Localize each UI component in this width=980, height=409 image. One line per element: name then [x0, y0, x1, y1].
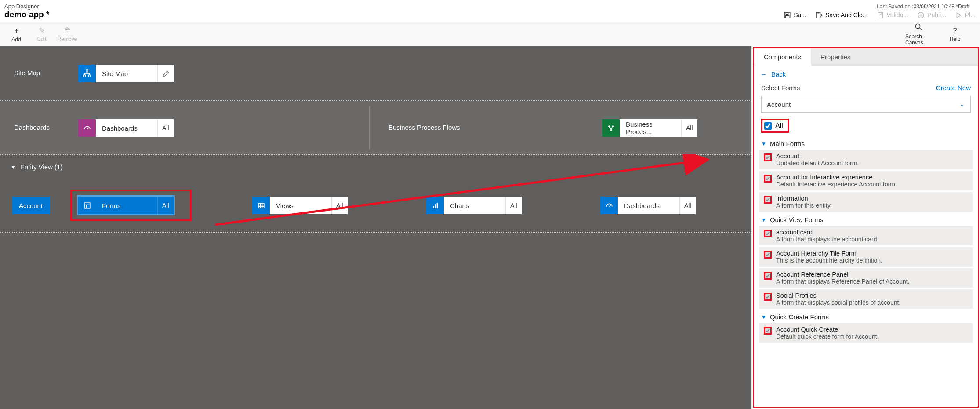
form-name: Account Reference Panel	[776, 271, 910, 278]
remove-button[interactable]: 🗑 Remove	[54, 23, 80, 45]
last-saved-status: Last Saved on :03/09/2021 10:48 *Draft	[877, 4, 969, 10]
add-button[interactable]: ＋ Add	[4, 23, 29, 45]
views-pill[interactable]: All	[331, 197, 348, 214]
svg-rect-5	[878, 12, 883, 18]
forms-pill[interactable]: All	[157, 197, 174, 214]
arrow-left-icon: ←	[760, 70, 767, 78]
all-checkbox[interactable]: All	[761, 119, 789, 133]
form-checkbox[interactable]	[764, 327, 772, 335]
sitemap-edit-button[interactable]	[157, 65, 174, 82]
form-checkbox[interactable]	[764, 196, 772, 204]
sitemap-row-label: Site Map	[14, 69, 40, 77]
form-desc: A form for this entity.	[776, 202, 832, 209]
form-list-item[interactable]: InformationA form for this entity.	[759, 192, 973, 212]
form-desc: A form that displays Reference Panel of …	[776, 278, 910, 285]
svg-rect-18	[436, 203, 438, 208]
entity-dashboards-pill[interactable]: All	[679, 197, 696, 214]
save-button[interactable]: Sa...	[784, 11, 806, 19]
caret-down-icon: ▼	[11, 164, 16, 170]
search-canvas-button[interactable]: Search Canvas	[905, 23, 931, 45]
svg-rect-4	[817, 12, 819, 14]
form-desc: This is the account hierarchy definition…	[776, 257, 882, 264]
svg-rect-10	[88, 75, 91, 77]
toolbar: ＋ Add ✎ Edit 🗑 Remove Search Canvas ? He…	[0, 22, 980, 46]
views-icon	[252, 197, 270, 214]
sitemap-tile[interactable]: Site Map	[96, 65, 157, 82]
entity-dashboards-tile[interactable]: Dashboards	[618, 197, 679, 214]
dashboard-icon	[78, 119, 96, 137]
canvas: Site Map Site Map Dashboards Dashboards …	[0, 46, 751, 409]
validate-button[interactable]: Valida...	[877, 11, 909, 19]
search-icon	[915, 23, 922, 33]
form-group-header[interactable]: ▼Quick View Forms	[754, 213, 978, 226]
bpf-pill[interactable]: All	[681, 119, 697, 137]
play-button[interactable]: Pl...	[955, 11, 976, 19]
form-list-item[interactable]: Account Hierarchy Tile FormThis is the a…	[759, 247, 973, 267]
form-list-item[interactable]: account cardA form that displays the acc…	[759, 226, 973, 245]
form-name: Social Profiles	[776, 292, 900, 299]
form-group-header[interactable]: ▼Main Forms	[754, 137, 978, 150]
form-checkbox[interactable]	[764, 153, 772, 161]
form-name: Account Quick Create	[776, 326, 877, 333]
validate-icon	[877, 11, 884, 19]
form-checkbox[interactable]	[764, 175, 772, 183]
sitemap-icon	[78, 65, 96, 82]
entity-view-header[interactable]: ▼ Entity View (1)	[11, 163, 62, 171]
pencil-icon: ✎	[39, 26, 45, 35]
form-name: Account	[776, 153, 859, 160]
svg-rect-15	[258, 203, 264, 208]
form-list-item[interactable]: Account Reference PanelA form that displ…	[759, 268, 973, 288]
form-list-item[interactable]: Social ProfilesA form that displays soci…	[759, 289, 973, 309]
all-checkbox-input[interactable]	[764, 122, 772, 130]
dashboards-tile[interactable]: Dashboards	[96, 119, 157, 137]
plus-icon: ＋	[13, 26, 20, 36]
charts-tile[interactable]: Charts	[444, 197, 505, 214]
form-group-header[interactable]: ▼Quick Create Forms	[754, 310, 978, 323]
create-new-link[interactable]: Create New	[936, 84, 971, 91]
caret-down-icon: ▼	[761, 141, 766, 147]
bpf-icon	[602, 119, 620, 137]
svg-rect-9	[83, 75, 86, 77]
back-button[interactable]: ← Back	[754, 66, 978, 82]
form-desc: Updated default Account form.	[776, 160, 859, 167]
svg-rect-14	[84, 203, 90, 208]
select-forms-label: Select Forms	[761, 84, 800, 91]
svg-rect-16	[433, 206, 434, 208]
dashboards-pill[interactable]: All	[157, 119, 174, 137]
form-desc: A form that displays social profiles of …	[776, 299, 900, 306]
charts-pill[interactable]: All	[505, 197, 522, 214]
form-list-item[interactable]: Account Quick CreateDefault quick create…	[759, 323, 973, 343]
svg-rect-8	[86, 70, 88, 72]
form-desc: Default Interactive experience Account f…	[776, 181, 897, 188]
app-title: demo app *	[4, 10, 49, 19]
svg-rect-3	[816, 12, 820, 18]
help-button[interactable]: ? Help	[942, 23, 968, 45]
tab-properties[interactable]: Properties	[811, 48, 978, 66]
svg-point-13	[610, 129, 612, 131]
form-name: Information	[776, 195, 832, 202]
forms-icon	[78, 197, 96, 214]
form-checkbox[interactable]	[764, 230, 772, 237]
svg-point-12	[612, 125, 613, 127]
top-header: App Designer demo app * Last Saved on :0…	[0, 0, 980, 22]
entity-dropdown[interactable]: Account ⌄	[761, 96, 971, 113]
forms-tile[interactable]: Forms	[96, 197, 157, 214]
form-list-item[interactable]: Account for Interactive experienceDefaul…	[759, 171, 973, 190]
form-checkbox[interactable]	[764, 251, 772, 259]
caret-down-icon: ▼	[761, 314, 766, 320]
publish-icon	[917, 11, 925, 19]
bpf-tile[interactable]: Business Proces...	[620, 119, 681, 137]
form-checkbox[interactable]	[764, 272, 772, 280]
form-name: Account for Interactive experience	[776, 174, 897, 181]
edit-button[interactable]: ✎ Edit	[29, 23, 54, 45]
views-tile[interactable]: Views	[270, 197, 331, 214]
tab-components[interactable]: Components	[754, 48, 811, 66]
svg-point-11	[608, 125, 610, 127]
save-close-button[interactable]: Save And Clo...	[815, 11, 868, 19]
form-list-item[interactable]: AccountUpdated default Account form.	[759, 150, 973, 169]
publish-button[interactable]: Publi...	[917, 11, 946, 19]
play-icon	[955, 11, 962, 19]
form-desc: Default quick create form for Account	[776, 333, 877, 340]
form-checkbox[interactable]	[764, 293, 772, 301]
account-entity-chip[interactable]: Account	[12, 197, 50, 214]
